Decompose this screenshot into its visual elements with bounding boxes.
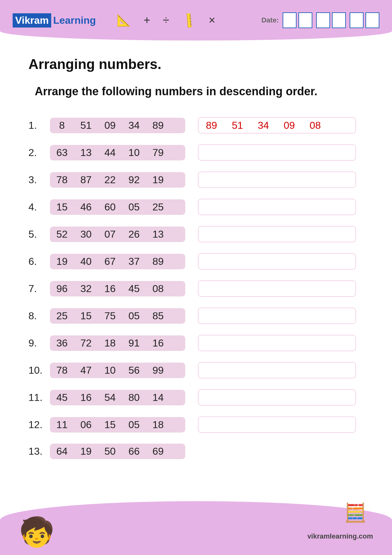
number-cell: 05 xyxy=(126,201,142,213)
number-cell: 63 xyxy=(54,147,70,159)
number-cell: 46 xyxy=(78,201,94,213)
number-cell: 10 xyxy=(102,365,118,376)
number-cell: 54 xyxy=(102,392,118,403)
number-cell: 89 xyxy=(150,256,166,267)
date-box[interactable] xyxy=(365,12,379,28)
header-banner: Vikram Learning 📐 + ÷ 📏 × Date: xyxy=(0,0,392,41)
number-cell: 25 xyxy=(54,310,70,322)
number-cell: 96 xyxy=(54,283,70,295)
answer-box[interactable] xyxy=(198,389,356,406)
number-cell: 15 xyxy=(78,310,94,322)
number-cell: 89 xyxy=(150,120,166,131)
given-numbers: 2515750585 xyxy=(50,308,185,324)
worksheet-content: Arranging numbers. Arrange the following… xyxy=(0,41,392,465)
footer-banner: 🧒 🧮 vikramlearning.com xyxy=(0,501,392,555)
number-cell: 18 xyxy=(102,337,118,349)
row-number: 5. xyxy=(28,228,50,240)
answer-number: 34 xyxy=(256,120,271,131)
number-cell: 18 xyxy=(150,419,166,431)
number-cell: 75 xyxy=(102,310,118,322)
answer-box[interactable] xyxy=(198,226,356,242)
number-cell: 08 xyxy=(150,283,166,295)
number-cell: 78 xyxy=(54,174,70,186)
number-cell: 92 xyxy=(126,174,142,186)
number-cell: 8 xyxy=(54,120,70,131)
answer-box[interactable] xyxy=(198,199,356,215)
given-numbers: 3672189116 xyxy=(50,335,185,351)
date-box[interactable] xyxy=(316,12,330,28)
date-box[interactable] xyxy=(298,12,312,28)
given-numbers: 7887229219 xyxy=(50,172,185,188)
answer-box[interactable] xyxy=(198,253,356,270)
problem-row: 4.1546600525 xyxy=(28,199,364,215)
answer-box[interactable] xyxy=(198,144,356,161)
answer-box[interactable] xyxy=(198,416,356,433)
given-numbers: 6419506669 xyxy=(50,444,185,459)
number-cell: 13 xyxy=(78,147,94,159)
date-box[interactable] xyxy=(332,12,346,28)
problem-row: 9.3672189116 xyxy=(28,335,364,351)
answer-number: 09 xyxy=(282,120,297,131)
number-cell: 72 xyxy=(78,337,94,349)
number-cell: 80 xyxy=(126,392,142,403)
date-label: Date: xyxy=(261,16,279,24)
number-cell: 45 xyxy=(126,283,142,295)
number-cell: 67 xyxy=(102,256,118,267)
triangle-ruler-icon: 📐 xyxy=(117,14,131,27)
number-cell: 87 xyxy=(78,174,94,186)
answer-box[interactable] xyxy=(198,308,356,324)
row-number: 11. xyxy=(28,392,50,403)
number-cell: 64 xyxy=(54,446,70,457)
answer-box[interactable] xyxy=(198,362,356,378)
logo-part2: Learning xyxy=(51,13,98,28)
number-cell: 99 xyxy=(150,365,166,376)
given-numbers: 4516548014 xyxy=(50,390,185,405)
number-cell: 22 xyxy=(102,174,118,186)
number-cell: 60 xyxy=(102,201,118,213)
divide-icon: ÷ xyxy=(163,14,169,27)
given-numbers: 851093489 xyxy=(50,118,185,133)
given-numbers: 9632164508 xyxy=(50,281,185,296)
page-title: Arranging numbers. xyxy=(28,56,364,72)
number-cell: 16 xyxy=(150,337,166,349)
answer-number: 51 xyxy=(230,120,245,131)
answer-number: 89 xyxy=(204,120,219,131)
number-cell: 34 xyxy=(126,120,142,131)
number-cell: 45 xyxy=(54,392,70,403)
date-box[interactable] xyxy=(283,12,297,28)
problem-row: 1.8510934898951340908 xyxy=(28,117,364,134)
row-number: 7. xyxy=(28,283,50,295)
problem-row: 7.9632164508 xyxy=(28,280,364,297)
header-icons: 📐 + ÷ 📏 × xyxy=(117,14,215,27)
number-cell: 25 xyxy=(150,201,166,213)
given-numbers: 6313441079 xyxy=(50,145,185,160)
number-cell: 13 xyxy=(150,228,166,240)
calculator-icon: 🧮 xyxy=(344,502,367,523)
answer-box[interactable] xyxy=(198,171,356,188)
problem-row: 2.6313441079 xyxy=(28,144,364,161)
row-number: 6. xyxy=(28,256,50,267)
number-cell: 15 xyxy=(102,419,118,431)
logo: Vikram Learning xyxy=(13,13,98,28)
row-number: 10. xyxy=(28,365,50,376)
number-cell: 16 xyxy=(102,283,118,295)
row-number: 12. xyxy=(28,419,50,431)
number-cell: 10 xyxy=(126,147,142,159)
number-cell: 56 xyxy=(126,365,142,376)
times-icon: × xyxy=(209,14,215,27)
row-number: 4. xyxy=(28,201,50,213)
number-cell: 19 xyxy=(78,446,94,457)
number-cell: 69 xyxy=(150,446,166,457)
given-numbers: 1106150518 xyxy=(50,417,185,433)
number-cell: 91 xyxy=(126,337,142,349)
date-box[interactable] xyxy=(350,12,364,28)
row-number: 3. xyxy=(28,174,50,186)
number-cell: 32 xyxy=(78,283,94,295)
number-cell: 06 xyxy=(78,419,94,431)
date-area: Date: xyxy=(261,12,379,28)
answer-box[interactable] xyxy=(198,280,356,297)
answer-box[interactable] xyxy=(198,335,356,351)
problem-row: 8.2515750585 xyxy=(28,308,364,324)
row-number: 9. xyxy=(28,337,50,349)
answer-box[interactable]: 8951340908 xyxy=(198,117,356,134)
